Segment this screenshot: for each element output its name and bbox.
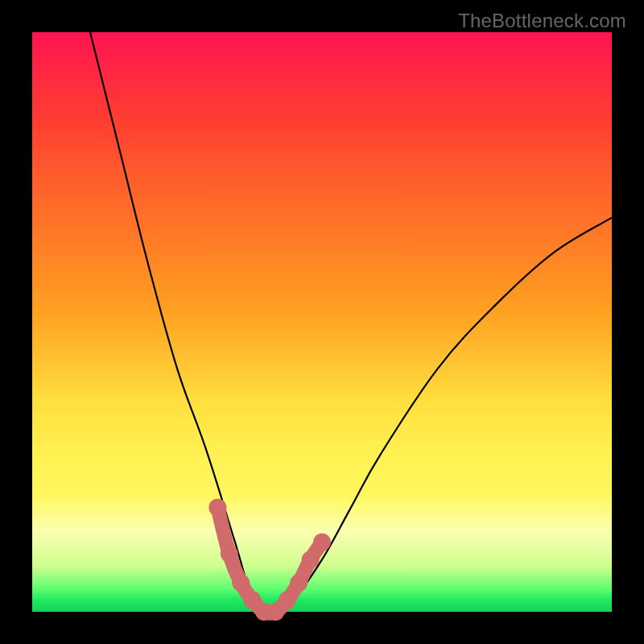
highlight-point [302, 551, 320, 568]
plot-area [32, 32, 612, 612]
highlight-point [208, 498, 226, 516]
highlight-point [232, 574, 250, 592]
chart-container: TheBottleneck.com [0, 0, 644, 644]
watermark-text: TheBottleneck.com [458, 10, 626, 32]
highlight-point [313, 534, 331, 551]
curve-svg [32, 32, 612, 612]
highlight-point [221, 545, 238, 563]
highlight-markers [208, 498, 331, 621]
highlight-point [279, 592, 296, 609]
bottleneck-curve [90, 32, 612, 613]
highlight-point [290, 574, 308, 592]
